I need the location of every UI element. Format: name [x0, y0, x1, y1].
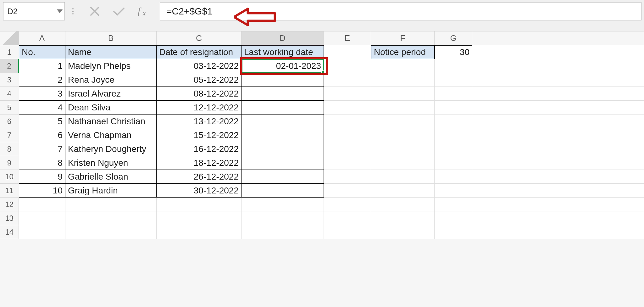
cell-F8[interactable]: [371, 142, 435, 156]
cell-E13[interactable]: [324, 211, 371, 225]
cell-G6[interactable]: [435, 114, 472, 128]
cell-C2[interactable]: 03-12-2022: [157, 59, 242, 73]
col-header-B[interactable]: B: [65, 31, 157, 45]
cell-rest-8[interactable]: [472, 142, 644, 156]
row-header-2[interactable]: 2: [0, 59, 19, 73]
cell-G9[interactable]: [435, 156, 472, 170]
cell-G1[interactable]: 30: [435, 45, 472, 59]
cell-rest-7[interactable]: [472, 128, 644, 142]
cell-G11[interactable]: [435, 184, 472, 198]
cell-rest-14[interactable]: [472, 225, 644, 239]
cell-D9[interactable]: [242, 156, 324, 170]
cell-F13[interactable]: [371, 211, 435, 225]
cell-C3[interactable]: 05-12-2022: [157, 73, 242, 87]
cell-D8[interactable]: [242, 142, 324, 156]
cell-rest-3[interactable]: [472, 73, 644, 87]
formula-bar-input[interactable]: =C2+$G$1: [160, 2, 641, 20]
cell-D11[interactable]: [242, 184, 324, 198]
cell-D2[interactable]: 02-01-2023: [242, 59, 324, 73]
row-header-7[interactable]: 7: [0, 128, 19, 142]
cell-B5[interactable]: Dean Silva: [65, 101, 157, 114]
cell-E11[interactable]: [324, 184, 371, 198]
cell-C11[interactable]: 30-12-2022: [157, 184, 242, 198]
cell-C5[interactable]: 12-12-2022: [157, 101, 242, 114]
col-header-F[interactable]: F: [371, 31, 435, 45]
cell-C4[interactable]: 08-12-2022: [157, 87, 242, 101]
cell-A5[interactable]: 4: [19, 101, 65, 114]
cell-rest-4[interactable]: [472, 87, 644, 101]
cell-F11[interactable]: [371, 184, 435, 198]
cell-B2[interactable]: Madelyn Phelps: [65, 59, 157, 73]
cell-B11[interactable]: Graig Hardin: [65, 184, 157, 198]
cell-B10[interactable]: Gabrielle Sloan: [65, 170, 157, 184]
row-header-11[interactable]: 11: [0, 184, 19, 198]
cell-G7[interactable]: [435, 128, 472, 142]
cell-A9[interactable]: 8: [19, 156, 65, 170]
cell-C9[interactable]: 18-12-2022: [157, 156, 242, 170]
cell-E8[interactable]: [324, 142, 371, 156]
col-header-E[interactable]: E: [324, 31, 371, 45]
cell-F10[interactable]: [371, 170, 435, 184]
cell-B7[interactable]: Verna Chapman: [65, 128, 157, 142]
cell-A12[interactable]: [19, 198, 65, 211]
cell-F6[interactable]: [371, 114, 435, 128]
cell-A6[interactable]: 5: [19, 114, 65, 128]
cell-E12[interactable]: [324, 198, 371, 211]
cell-E2[interactable]: [324, 59, 371, 73]
cell-D6[interactable]: [242, 114, 324, 128]
cell-rest-11[interactable]: [472, 184, 644, 198]
cell-B12[interactable]: [65, 198, 157, 211]
cancel-icon[interactable]: [89, 6, 100, 17]
cell-rest-1[interactable]: [472, 45, 644, 59]
cell-A4[interactable]: 3: [19, 87, 65, 101]
cell-rest-2[interactable]: [472, 59, 644, 73]
row-header-8[interactable]: 8: [0, 142, 19, 156]
select-all-corner[interactable]: [0, 31, 19, 45]
cell-D12[interactable]: [242, 198, 324, 211]
cell-rest-12[interactable]: [472, 198, 644, 211]
cell-A8[interactable]: 7: [19, 142, 65, 156]
row-header-14[interactable]: 14: [0, 225, 19, 239]
cell-F5[interactable]: [371, 101, 435, 114]
cell-A2[interactable]: 1: [19, 59, 65, 73]
expand-handle-icon[interactable]: [70, 8, 76, 14]
cell-rest-5[interactable]: [472, 101, 644, 114]
cell-F2[interactable]: [371, 59, 435, 73]
cell-G13[interactable]: [435, 211, 472, 225]
cell-A11[interactable]: 10: [19, 184, 65, 198]
cell-E4[interactable]: [324, 87, 371, 101]
cell-rest-6[interactable]: [472, 114, 644, 128]
row-header-13[interactable]: 13: [0, 211, 19, 225]
cell-G5[interactable]: [435, 101, 472, 114]
cell-D7[interactable]: [242, 128, 324, 142]
cell-E5[interactable]: [324, 101, 371, 114]
cell-E10[interactable]: [324, 170, 371, 184]
cell-rest-10[interactable]: [472, 170, 644, 184]
col-header-G[interactable]: G: [435, 31, 472, 45]
cell-F4[interactable]: [371, 87, 435, 101]
row-header-5[interactable]: 5: [0, 101, 19, 114]
cell-G8[interactable]: [435, 142, 472, 156]
cell-D4[interactable]: [242, 87, 324, 101]
cell-E9[interactable]: [324, 156, 371, 170]
cell-D5[interactable]: [242, 101, 324, 114]
cell-G10[interactable]: [435, 170, 472, 184]
cell-C7[interactable]: 15-12-2022: [157, 128, 242, 142]
name-box[interactable]: D2: [3, 2, 65, 20]
cell-C6[interactable]: 13-12-2022: [157, 114, 242, 128]
fx-icon[interactable]: f x: [138, 6, 152, 17]
cell-D3[interactable]: [242, 73, 324, 87]
cell-G2[interactable]: [435, 59, 472, 73]
row-header-1[interactable]: 1: [0, 45, 19, 59]
cell-F7[interactable]: [371, 128, 435, 142]
cell-C14[interactable]: [157, 225, 242, 239]
cell-G12[interactable]: [435, 198, 472, 211]
cell-C1[interactable]: Date of resignation: [157, 45, 242, 59]
cell-A7[interactable]: 6: [19, 128, 65, 142]
cell-A3[interactable]: 2: [19, 73, 65, 87]
row-header-6[interactable]: 6: [0, 114, 19, 128]
col-header-C[interactable]: C: [157, 31, 242, 45]
cell-C12[interactable]: [157, 198, 242, 211]
row-header-4[interactable]: 4: [0, 87, 19, 101]
cell-B14[interactable]: [65, 225, 157, 239]
